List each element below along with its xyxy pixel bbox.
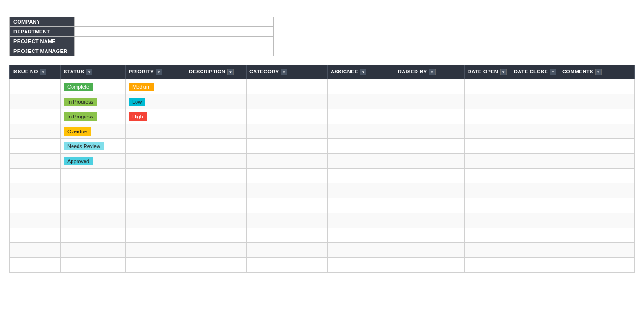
cell-dateopen[interactable] — [465, 139, 511, 154]
cell-category[interactable] — [247, 169, 328, 183]
cell-dateclose[interactable] — [511, 243, 559, 258]
cell-raisedby[interactable] — [395, 124, 465, 139]
info-value[interactable] — [74, 37, 273, 46]
cell-category[interactable] — [247, 124, 328, 139]
cell-assignee[interactable] — [328, 243, 395, 258]
cell-issueno[interactable] — [10, 79, 61, 94]
cell-description[interactable] — [186, 139, 247, 154]
cell-assignee[interactable] — [328, 109, 395, 124]
cell-category[interactable] — [247, 213, 328, 228]
cell-raisedby[interactable] — [395, 139, 465, 154]
cell-dateclose[interactable] — [511, 213, 559, 228]
cell-description[interactable] — [186, 124, 247, 139]
cell-dateclose[interactable] — [511, 183, 559, 198]
info-value[interactable] — [74, 27, 273, 37]
cell-comments[interactable] — [559, 124, 635, 139]
cell-dateopen[interactable] — [465, 79, 511, 94]
cell-assignee[interactable] — [328, 228, 395, 243]
cell-comments[interactable] — [559, 139, 635, 154]
cell-dateclose[interactable] — [511, 124, 559, 139]
cell-category[interactable] — [247, 243, 328, 258]
cell-category[interactable] — [247, 183, 328, 198]
cell-category[interactable] — [247, 94, 328, 109]
cell-assignee[interactable] — [328, 79, 395, 94]
cell-dateopen[interactable] — [465, 124, 511, 139]
cell-dateopen[interactable] — [465, 243, 511, 258]
cell-description[interactable] — [186, 198, 247, 213]
cell-comments[interactable] — [559, 154, 635, 169]
cell-comments[interactable] — [559, 258, 635, 273]
cell-dateopen[interactable] — [465, 154, 511, 169]
dropdown-arrow-dateclose[interactable]: ▼ — [550, 69, 556, 75]
cell-category[interactable] — [247, 228, 328, 243]
cell-raisedby[interactable] — [395, 228, 465, 243]
dropdown-arrow-assignee[interactable]: ▼ — [360, 69, 366, 75]
cell-dateopen[interactable] — [465, 198, 511, 213]
cell-category[interactable] — [247, 198, 328, 213]
cell-description[interactable] — [186, 169, 247, 183]
cell-description[interactable] — [186, 258, 247, 273]
cell-dateopen[interactable] — [465, 228, 511, 243]
cell-dateclose[interactable] — [511, 79, 559, 94]
cell-assignee[interactable] — [328, 198, 395, 213]
info-value[interactable] — [74, 17, 273, 27]
cell-assignee[interactable] — [328, 258, 395, 273]
cell-assignee[interactable] — [328, 183, 395, 198]
cell-comments[interactable] — [559, 169, 635, 183]
cell-raisedby[interactable] — [395, 198, 465, 213]
dropdown-arrow-raisedby[interactable]: ▼ — [429, 69, 436, 75]
cell-issueno[interactable] — [10, 169, 61, 183]
cell-assignee[interactable] — [328, 169, 395, 183]
cell-issueno[interactable] — [10, 109, 61, 124]
cell-issueno[interactable] — [10, 228, 61, 243]
dropdown-arrow-issueno[interactable]: ▼ — [40, 69, 46, 75]
cell-comments[interactable] — [559, 243, 635, 258]
dropdown-arrow-priority[interactable]: ▼ — [156, 69, 162, 75]
dropdown-arrow-category[interactable]: ▼ — [281, 69, 287, 75]
cell-comments[interactable] — [559, 183, 635, 198]
cell-assignee[interactable] — [328, 154, 395, 169]
cell-dateclose[interactable] — [511, 109, 559, 124]
dropdown-arrow-status[interactable]: ▼ — [86, 69, 92, 75]
cell-comments[interactable] — [559, 109, 635, 124]
cell-category[interactable] — [247, 109, 328, 124]
cell-issueno[interactable] — [10, 198, 61, 213]
cell-issueno[interactable] — [10, 258, 61, 273]
cell-description[interactable] — [186, 154, 247, 169]
cell-assignee[interactable] — [328, 139, 395, 154]
cell-dateclose[interactable] — [511, 154, 559, 169]
cell-description[interactable] — [186, 213, 247, 228]
cell-comments[interactable] — [559, 198, 635, 213]
cell-raisedby[interactable] — [395, 94, 465, 109]
cell-raisedby[interactable] — [395, 243, 465, 258]
info-value[interactable] — [74, 46, 273, 56]
dropdown-arrow-comments[interactable]: ▼ — [595, 69, 602, 75]
cell-issueno[interactable] — [10, 213, 61, 228]
cell-category[interactable] — [247, 154, 328, 169]
cell-raisedby[interactable] — [395, 169, 465, 183]
cell-issueno[interactable] — [10, 94, 61, 109]
cell-issueno[interactable] — [10, 154, 61, 169]
cell-comments[interactable] — [559, 94, 635, 109]
cell-raisedby[interactable] — [395, 213, 465, 228]
cell-dateclose[interactable] — [511, 228, 559, 243]
cell-description[interactable] — [186, 94, 247, 109]
cell-dateopen[interactable] — [465, 94, 511, 109]
cell-raisedby[interactable] — [395, 183, 465, 198]
dropdown-arrow-dateopen[interactable]: ▼ — [500, 69, 507, 75]
cell-assignee[interactable] — [328, 94, 395, 109]
cell-assignee[interactable] — [328, 213, 395, 228]
cell-category[interactable] — [247, 139, 328, 154]
cell-issueno[interactable] — [10, 243, 61, 258]
cell-raisedby[interactable] — [395, 109, 465, 124]
cell-description[interactable] — [186, 183, 247, 198]
cell-description[interactable] — [186, 79, 247, 94]
cell-raisedby[interactable] — [395, 258, 465, 273]
cell-dateopen[interactable] — [465, 169, 511, 183]
cell-comments[interactable] — [559, 79, 635, 94]
cell-description[interactable] — [186, 109, 247, 124]
cell-dateclose[interactable] — [511, 139, 559, 154]
cell-comments[interactable] — [559, 213, 635, 228]
cell-dateopen[interactable] — [465, 213, 511, 228]
cell-dateclose[interactable] — [511, 94, 559, 109]
